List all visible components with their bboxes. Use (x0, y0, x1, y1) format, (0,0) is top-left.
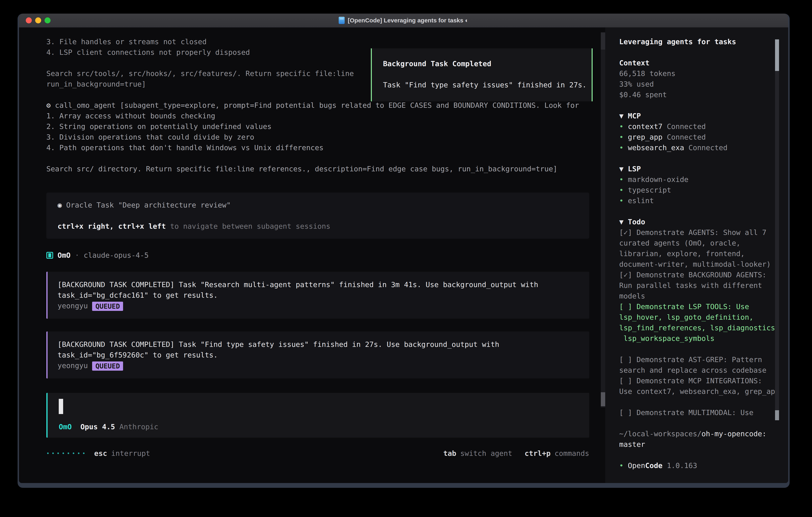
agent-name: OmO (58, 251, 70, 259)
text-cursor (59, 399, 63, 414)
agent-checkbox-icon (46, 252, 53, 259)
input-model-label: Opus 4.5 (80, 423, 115, 431)
tab-key-label: switch agent (460, 449, 512, 457)
traffic-lights (26, 18, 51, 23)
tab-key-hint: tab (443, 449, 456, 457)
session-sidebar: Leveraging agents for tasks Context66,51… (605, 28, 788, 483)
task-1-lines: [BACKGROUND TASK COMPLETED] Task "Resear… (58, 279, 589, 311)
agent-model: claude-opus-4-5 (84, 251, 149, 259)
agent-separator: · (75, 251, 79, 259)
status-bar: •••••••• esc interrupt tab switch agent … (46, 448, 589, 459)
sidebar-lines: Leveraging agents for tasks Context66,51… (619, 36, 788, 471)
document-icon (339, 17, 345, 24)
ctrlp-key-hint: ctrl+p (525, 449, 551, 457)
spinner-dots: •••••••• (46, 451, 87, 456)
terminal-main-pane: Background Task Completed Task "Find typ… (19, 28, 605, 483)
close-button[interactable] (26, 18, 32, 23)
app-window: [OpenCode] Leveraging agents for tasks ◐… (18, 13, 790, 488)
main-scrollbar-thumb[interactable] (601, 392, 605, 406)
sidebar-scrollbar-end[interactable] (775, 410, 779, 420)
background-task-notification: Background Task Completed Task "Find typ… (371, 48, 592, 101)
esc-key-hint: esc (94, 449, 107, 457)
input-provider-label: Anthropic (119, 423, 158, 431)
main-scrollbar-track[interactable] (601, 32, 605, 407)
title-bar: [OpenCode] Leveraging agents for tasks ◐ (19, 13, 788, 28)
minimize-button[interactable] (35, 18, 41, 23)
esc-key-label: interrupt (111, 449, 150, 457)
task-2-lines: [BACKGROUND TASK COMPLETED] Task "Find t… (58, 339, 589, 371)
ctrlp-key-label: commands (555, 449, 589, 457)
sidebar-scrollbar-track[interactable] (775, 39, 779, 420)
prompt-input[interactable]: OmO Opus 4.5 Anthropic (46, 393, 589, 438)
agent-header: OmO · claude-opus-4-5 (46, 250, 589, 261)
notification-body: Task "Find type safety issues" finished … (383, 81, 587, 89)
input-agent-label: OmO (59, 423, 72, 431)
window-title: [OpenCode] Leveraging agents for tasks ◐ (348, 17, 469, 24)
zoom-button[interactable] (45, 18, 51, 23)
oracle-task-lines: ◉ Oracle Task "Deep architecture review"… (58, 200, 578, 232)
sidebar-scrollbar-thumb[interactable] (775, 39, 779, 71)
oracle-task-box: ◉ Oracle Task "Deep architecture review"… (46, 193, 589, 239)
background-task-block-2: [BACKGROUND TASK COMPLETED] Task "Find t… (46, 331, 589, 378)
notification-title: Background Task Completed (383, 60, 491, 68)
background-task-block-1: [BACKGROUND TASK COMPLETED] Task "Resear… (46, 272, 589, 319)
main-scrollbar-thumb-top[interactable] (601, 32, 605, 50)
model-row: OmO Opus 4.5 Anthropic (59, 421, 158, 432)
